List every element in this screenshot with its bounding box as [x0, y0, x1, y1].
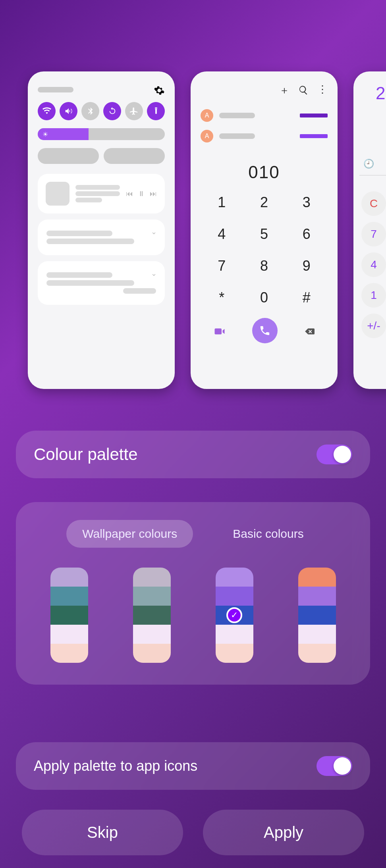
skip-button[interactable]: Skip — [22, 810, 183, 855]
swatch-segment — [298, 606, 336, 625]
key-9: 9 — [285, 258, 328, 274]
swatch-segment — [133, 587, 171, 606]
rotate-icon — [103, 102, 121, 120]
contact-row: A — [201, 109, 328, 122]
check-icon: ✓ — [226, 607, 242, 623]
palette-swatch-4[interactable] — [298, 568, 336, 663]
swatches-panel: Wallpaper colours Basic colours ✓ — [16, 502, 370, 685]
video-call-icon — [214, 324, 226, 337]
apply-icons-label: Apply palette to app icons — [34, 758, 197, 774]
torch-icon — [147, 102, 165, 120]
key-0: 0 — [243, 289, 286, 306]
key-8: 8 — [243, 258, 286, 274]
swatch-segment — [298, 644, 336, 663]
dialed-number: 010 — [201, 162, 328, 182]
avatar: A — [201, 130, 213, 142]
palette-swatch-2[interactable] — [133, 568, 171, 663]
palette-swatch-1[interactable] — [50, 568, 88, 663]
tab-basic-colours[interactable]: Basic colours — [217, 520, 319, 548]
swatch-segment — [298, 587, 336, 606]
swatch-row: ✓ — [34, 568, 352, 663]
carrier-placeholder — [38, 87, 73, 92]
swatch-segment — [216, 625, 253, 644]
chevron-down-icon: ⌄ — [151, 269, 157, 278]
key-3: 3 — [285, 194, 328, 211]
key-star: * — [201, 289, 243, 306]
media-card: ⏮ ⏸ ⏭ — [38, 174, 165, 214]
next-icon: ⏭ — [150, 190, 157, 198]
swatch-segment — [50, 644, 88, 663]
contact-row: A — [201, 130, 328, 142]
swatch-segment — [133, 625, 171, 644]
quick-chip — [104, 148, 165, 164]
calc-key-4: 4 — [361, 252, 386, 277]
chevron-down-icon: ⌄ — [151, 227, 157, 236]
tab-wallpaper-colours[interactable]: Wallpaper colours — [66, 520, 193, 548]
preview-dialer: ＋ ⋮ A A 010 1 2 3 4 5 6 7 8 9 * 0 # — [191, 71, 338, 389]
notification-card: ⌄ — [38, 219, 165, 255]
swatch-segment — [298, 568, 336, 587]
apply-icons-toggle[interactable] — [317, 756, 352, 776]
colour-palette-panel: Colour palette — [16, 431, 370, 478]
swatch-segment — [50, 606, 88, 625]
more-icon: ⋮ — [317, 83, 328, 97]
swatch-segment — [298, 625, 336, 644]
swatch-segment — [216, 587, 253, 606]
album-art — [46, 182, 69, 206]
calc-key-clear: C — [361, 191, 386, 216]
calc-key-1: 1 — [361, 283, 386, 308]
swatch-segment — [50, 568, 88, 587]
swatch-segment — [50, 625, 88, 644]
preview-calculator: 23 🕘 📏 C 7 4 1 +/- — [353, 71, 386, 389]
colour-palette-label: Colour palette — [34, 445, 138, 464]
palette-source-tabs: Wallpaper colours Basic colours — [34, 520, 352, 548]
wifi-icon — [38, 102, 56, 120]
call-button-icon — [252, 318, 278, 343]
key-7: 7 — [201, 258, 243, 274]
sound-icon — [60, 102, 77, 120]
colour-palette-toggle[interactable] — [317, 445, 352, 464]
calc-display: 23 — [359, 83, 386, 103]
keypad: 1 2 3 4 5 6 7 8 9 * 0 # — [201, 194, 328, 306]
swatch-segment — [216, 644, 253, 663]
key-4: 4 — [201, 226, 243, 243]
swatch-segment — [216, 568, 253, 587]
pause-icon: ⏸ — [138, 190, 145, 198]
history-icon: 🕘 — [363, 159, 374, 169]
notification-card: ⌄ — [38, 261, 165, 305]
avatar: A — [201, 109, 213, 122]
calc-key-sign: +/- — [361, 314, 386, 338]
palette-swatch-3[interactable]: ✓ — [216, 568, 253, 663]
airplane-icon — [125, 102, 143, 120]
swatch-segment — [133, 644, 171, 663]
swatch-segment — [50, 587, 88, 606]
key-5: 5 — [243, 226, 286, 243]
search-icon — [298, 83, 309, 97]
calc-key-7: 7 — [361, 222, 386, 246]
brightness-slider: ☀ — [38, 128, 165, 140]
key-6: 6 — [285, 226, 328, 243]
swatch-segment — [133, 568, 171, 587]
swatch-segment — [133, 606, 171, 625]
quick-toggle-row — [38, 102, 165, 120]
quick-chip — [38, 148, 99, 164]
key-2: 2 — [243, 194, 286, 211]
bluetooth-icon — [81, 102, 99, 120]
apply-icons-panel: Apply palette to app icons — [16, 742, 370, 790]
preview-quick-settings: ☀ ⏮ ⏸ ⏭ ⌄ ⌄ — [28, 71, 175, 389]
footer-actions: Skip Apply — [22, 810, 364, 855]
plus-icon: ＋ — [279, 83, 290, 97]
backspace-icon — [304, 325, 315, 337]
key-1: 1 — [201, 194, 243, 211]
apply-button[interactable]: Apply — [203, 810, 364, 855]
prev-icon: ⏮ — [126, 190, 133, 198]
brightness-icon: ☀ — [42, 131, 48, 138]
theme-preview-row: ☀ ⏮ ⏸ ⏭ ⌄ ⌄ — [28, 71, 386, 389]
key-hash: # — [285, 289, 328, 306]
gear-icon — [154, 83, 165, 96]
